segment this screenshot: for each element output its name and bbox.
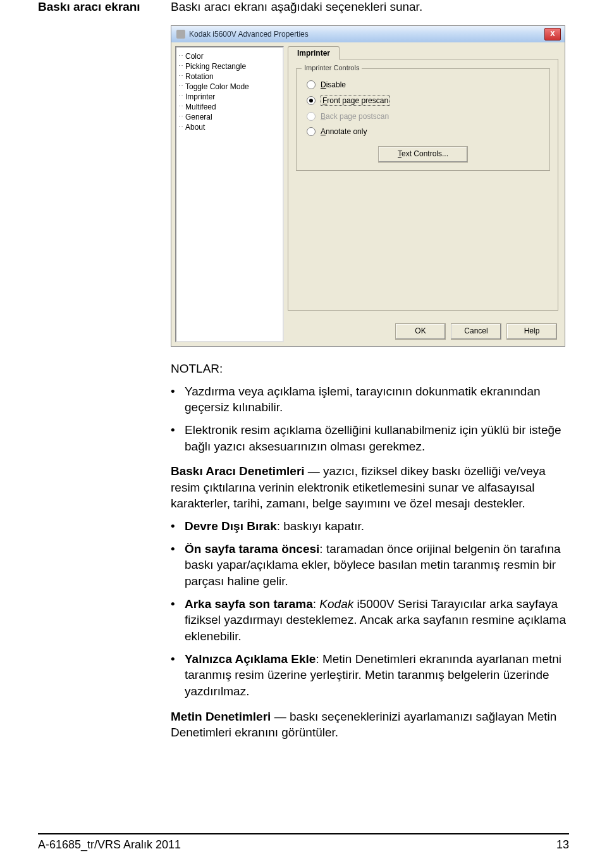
paragraph: Metin Denetimleri — baskı seçenekleriniz… [171,709,569,741]
close-icon[interactable]: X [544,28,561,40]
list-item: Arka sayfa son tarama: Kodak i5000V Seri… [171,596,569,645]
radio-back-page-postscan: Back page postscan [307,112,542,121]
dialog-titlebar[interactable]: Kodak i5600V Advanced Properties X [171,26,565,42]
advanced-properties-dialog: Kodak i5600V Advanced Properties X Color… [171,25,565,347]
paragraph: Baskı Aracı Denetimleri — yazıcı, fiziks… [171,463,569,512]
list-item: Yalnızca Açıklama Ekle: Metin Denetimler… [171,651,569,700]
bullet-text: : baskıyı kapatır. [277,519,364,533]
groupbox-legend: Imprinter Controls [302,64,362,71]
property-tree[interactable]: Color Picking Rectangle Rotation Toggle … [175,46,284,342]
btn-label-part: ext Controls... [402,149,448,158]
notes-heading: NOTLAR: [171,361,569,377]
bullet-bold: Yalnızca Açıklama Ekle [185,652,316,666]
tree-item[interactable]: Color [179,51,280,61]
tree-item[interactable]: Picking Rectangle [179,61,280,71]
radio-label-part: isable [326,80,346,89]
list-item: Ön sayfa tarama öncesi: taramadan önce o… [171,541,569,590]
ok-button[interactable]: OK [395,323,446,340]
radio-front-page-prescan[interactable]: Front page prescan [307,96,542,106]
dialog-title: Kodak i5600V Advanced Properties [176,30,309,39]
tree-item[interactable]: General [179,112,280,122]
help-button[interactable]: Help [506,323,557,340]
radio-label-part: ack page postscan [326,112,389,121]
bullet-text: : [313,597,320,611]
page-number: 13 [556,838,569,852]
list-item: Yazdırma veya açıklama işlemi, tarayıcın… [171,383,569,416]
radio-disable[interactable]: Disable [307,80,542,89]
para-bold: Baskı Aracı Denetimleri [171,464,305,478]
imprinter-controls-group: Imprinter Controls Disable Front page pr… [296,68,550,171]
bullet-bold: Ön sayfa tarama öncesi [185,542,319,555]
bullet-bold: Devre Dışı Bırak [185,519,277,533]
tree-item[interactable]: About [179,122,280,132]
bullet-bold: Arka sayfa son tarama [185,597,313,611]
tree-item[interactable]: Toggle Color Mode [179,82,280,92]
bullet-text: Elektronik resim açıklama özelliğini kul… [185,422,569,454]
radio-icon [307,96,316,105]
text-controls-button[interactable]: Text Controls... [378,146,468,163]
bullet-text: Yazdırma veya açıklama işlemi, tarayıcın… [185,383,569,416]
footer-left: A-61685_tr/VRS Aralık 2011 [38,838,181,852]
radio-label-part: nnotate only [326,127,367,136]
radio-annotate-only[interactable]: Annotate only [307,127,542,136]
radio-label-part: A [321,127,326,136]
tab-imprinter[interactable]: Imprinter [288,46,340,59]
bullet-italic: Kodak [319,597,353,611]
page-footer: A-61685_tr/VRS Aralık 2011 13 [38,833,569,852]
tab-panel: Imprinter Controls Disable Front page pr… [288,59,558,311]
tree-item[interactable]: Rotation [179,71,280,82]
side-heading: Baskı aracı ekranı [38,0,171,14]
list-item: Elektronik resim açıklama özelliğini kul… [171,422,569,454]
tree-item[interactable]: Imprinter [179,92,280,102]
radio-label-part: ront page prescan [327,96,388,105]
radio-icon [307,112,316,121]
tree-item[interactable]: Multifeed [179,102,280,112]
list-item: Devre Dışı Bırak: baskıyı kapatır. [171,518,569,535]
radio-icon [307,80,316,89]
radio-label-part: D [321,80,326,89]
radio-label-part: B [321,112,326,121]
radio-icon [307,127,316,136]
para-bold: Metin Denetimleri [171,710,271,723]
intro-text: Baskı aracı ekranı aşağıdaki seçenekleri… [171,0,569,14]
cancel-button[interactable]: Cancel [451,323,501,340]
